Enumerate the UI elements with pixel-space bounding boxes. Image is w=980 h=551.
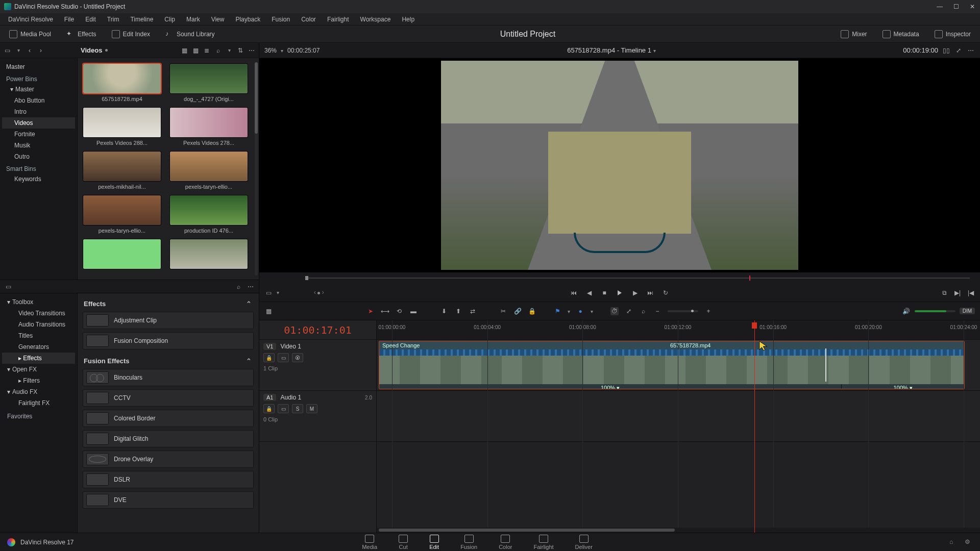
playhead[interactable] [754, 320, 755, 533]
tree-item-active[interactable]: ▸ Effects [2, 353, 75, 364]
clip-item[interactable] [169, 239, 248, 271]
effect-item[interactable]: Adjustment Clip [83, 312, 254, 329]
disable-track-button[interactable]: ⦿ [292, 353, 303, 362]
stop-button[interactable]: ■ [600, 289, 608, 297]
close-button[interactable]: ✕ [969, 3, 976, 10]
track-badge[interactable]: A1 [263, 394, 276, 401]
last-frame-button[interactable]: ⏭ [646, 289, 654, 297]
menu-item[interactable]: Clip [159, 14, 180, 24]
play-button[interactable] [616, 289, 624, 297]
volume-icon[interactable]: 🔊 [902, 307, 911, 315]
marker-menu[interactable] [591, 308, 593, 315]
effect-item[interactable]: Binoculars [83, 369, 254, 386]
bin-item[interactable]: Abo Button [2, 95, 75, 106]
overwrite-clip-icon[interactable]: ⬆ [454, 307, 462, 315]
page-tab-deliver[interactable]: Deliver [569, 534, 599, 551]
video-clip[interactable]: Speed Change 657518728.mp4 100% ▾ 100% ▾ [379, 341, 965, 389]
search-icon[interactable]: ⌕ [234, 283, 242, 291]
tree-favorites[interactable]: Favorites [2, 409, 75, 421]
effect-item[interactable]: Digital Glitch [83, 430, 254, 447]
dim-toggle[interactable]: DIM [960, 308, 975, 314]
timeline-canvas[interactable]: 01:00:00:0001:00:04:0001:00:08:0001:00:1… [377, 320, 980, 533]
viewer-mode-icon[interactable]: ▭ [264, 289, 273, 297]
trim-tool-icon[interactable]: ⟷ [381, 307, 389, 315]
menu-item[interactable]: DaVinci Resolve [3, 14, 58, 24]
zoom-detail-icon[interactable]: ⌕ [639, 307, 647, 315]
speed-point-handle[interactable] [825, 348, 826, 382]
lock-track-button[interactable]: 🔒 [263, 404, 275, 413]
search-menu[interactable] [225, 46, 233, 55]
list-view-icon[interactable]: ≣ [203, 46, 211, 55]
first-frame-button[interactable]: ⏮ [570, 289, 578, 297]
tree-item[interactable]: ▸ Filters [2, 375, 75, 386]
dynamic-trim-icon[interactable]: ⟲ [395, 307, 403, 315]
viewer-mode-menu[interactable] [277, 289, 279, 297]
razor-icon[interactable]: ✂ [499, 307, 507, 315]
panel-layout-menu[interactable] [14, 46, 22, 55]
viewer-title[interactable]: 657518728.mp4 - Timeline 1 [567, 46, 651, 54]
zoom-out-icon[interactable]: − [653, 307, 662, 315]
prev-frame-button[interactable]: ◀ [585, 289, 593, 297]
timeline-view-icon[interactable]: ▦ [264, 307, 273, 315]
menu-item[interactable]: Help [397, 14, 420, 24]
panel-layout-icon[interactable]: ▭ [4, 283, 12, 291]
menu-item[interactable]: Workspace [355, 14, 396, 24]
clip-item[interactable] [83, 239, 161, 271]
link-icon[interactable]: 🔗 [513, 307, 522, 315]
effect-item[interactable]: CCTV [83, 389, 254, 407]
metadata-view-icon[interactable]: ▦ [180, 46, 188, 55]
video-track-header[interactable]: V1 Video 1 🔒 ▭ ⦿ 1 Clip [259, 340, 376, 391]
effect-item[interactable]: Colored Border [83, 410, 254, 427]
marker-icon[interactable]: ● [576, 307, 584, 315]
page-tab-edit[interactable]: Edit [423, 534, 445, 551]
lock-icon[interactable]: 🔒 [528, 307, 536, 315]
power-bin-master[interactable]: ▾Master [2, 84, 75, 95]
effect-item[interactable]: Drone Overlay [83, 450, 254, 468]
expand-viewer-icon[interactable]: ⤢ [954, 46, 963, 55]
effects-toggle[interactable]: ✦Effects [62, 28, 100, 40]
match-frame-icon[interactable]: ⧉ [940, 289, 948, 297]
nav-back-icon[interactable]: ‹ [26, 46, 34, 55]
flag-menu[interactable] [568, 308, 570, 315]
lock-track-button[interactable]: 🔒 [263, 353, 275, 362]
bin-root[interactable]: Master [2, 61, 75, 72]
menu-item[interactable]: Fusion [266, 14, 295, 24]
retime-bar[interactable] [379, 349, 964, 356]
zoom-to-fit-icon[interactable]: ⤢ [625, 307, 633, 315]
panel-options-icon[interactable]: ⋯ [247, 283, 255, 291]
auto-select-button[interactable]: ▭ [278, 404, 289, 413]
menu-item[interactable]: View [206, 14, 230, 24]
bin-options-icon[interactable]: ⋯ [248, 46, 256, 55]
search-icon[interactable]: ⌕ [214, 46, 222, 55]
tree-item[interactable]: Fairlight FX [2, 397, 75, 409]
bin-item[interactable]: Intro [2, 106, 75, 117]
bin-item[interactable]: Keywords [2, 173, 75, 185]
bin-item[interactable]: Musik [2, 140, 75, 151]
mute-button[interactable]: M [306, 404, 317, 413]
menu-item[interactable]: Color [296, 14, 321, 24]
effect-item[interactable]: DVE [83, 491, 254, 509]
track-badge[interactable]: V1 [263, 343, 276, 350]
page-tab-color[interactable]: Color [493, 534, 518, 551]
blade-tool-icon[interactable]: ▬ [409, 307, 418, 315]
tree-audiofx[interactable]: ▾Audio FX [2, 386, 75, 397]
speed-editor-icon[interactable]: ⏱ [610, 307, 619, 315]
minimize-button[interactable]: — [936, 3, 943, 10]
viewer-jog-bar[interactable] [259, 272, 980, 284]
go-to-out-icon[interactable]: |◀ [967, 289, 975, 297]
clip-item[interactable]: Pexels Videos 288... [83, 107, 161, 146]
viewer-zoom[interactable]: 36% [264, 47, 277, 54]
volume-slider[interactable] [915, 310, 955, 312]
menu-item[interactable]: File [59, 14, 79, 24]
inspector-toggle[interactable]: Inspector [930, 28, 975, 40]
loop-button[interactable]: ↻ [662, 289, 670, 297]
tree-item[interactable]: Generators [2, 341, 75, 353]
speed-segment-right[interactable]: 100% ▾ [842, 385, 964, 390]
auto-select-button[interactable]: ▭ [278, 353, 289, 362]
menu-item[interactable]: Edit [80, 14, 101, 24]
track-name[interactable]: Video 1 [280, 343, 301, 350]
insert-clip-icon[interactable]: ⬇ [440, 307, 448, 315]
sound-library-toggle[interactable]: ♪Sound Library [161, 28, 219, 40]
mixer-toggle[interactable]: Mixer [837, 28, 871, 40]
thumbnail-view-icon[interactable]: ▦ [191, 46, 200, 55]
